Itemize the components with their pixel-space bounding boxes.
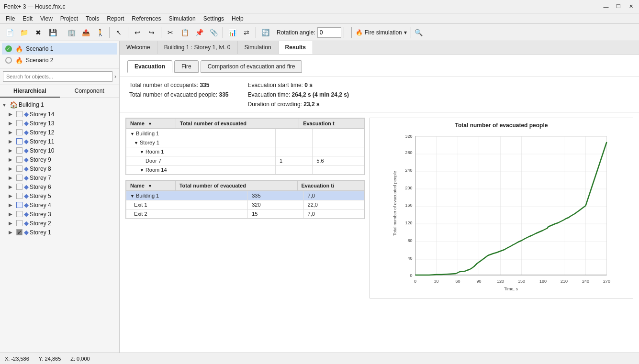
refresh-button[interactable]: 🔄 (258, 26, 272, 39)
table1-name-filter[interactable]: ▼ (148, 121, 152, 126)
table-row[interactable]: ▼Building 1 (126, 129, 364, 138)
new-button[interactable]: 📄 (3, 26, 16, 39)
scenario-1-item[interactable]: ✓ 🔥 Scenario 1 (2, 43, 117, 55)
menu-project[interactable]: Project (56, 14, 82, 23)
tab-component[interactable]: Component (60, 85, 120, 98)
menu-view[interactable]: View (36, 14, 56, 23)
tree-storey-1[interactable]: ▶ ✓ ◆ Storey 1 (0, 228, 119, 237)
table-row[interactable]: ▼Room 14 (126, 165, 364, 175)
menu-report[interactable]: Report (103, 14, 128, 23)
tree-toggle-storey14[interactable]: ▶ (9, 111, 15, 117)
select-button[interactable]: ↖ (112, 26, 125, 39)
toolbar: 📄 📁 ✖ 💾 🏢 📤 🚶 ↖ ↩ ↪ ✂ 📋 📌 📎 📊 ⇄ 🔄 Rotati… (0, 24, 639, 41)
table-row[interactable]: Exit 2 15 7,0 (126, 210, 364, 219)
menu-edit[interactable]: Edit (19, 14, 36, 23)
tree-storey-14[interactable]: ▶ ◆ Storey 14 (0, 110, 119, 119)
import-button[interactable]: 🏢 (65, 26, 78, 39)
menu-simulation[interactable]: Simulation (165, 14, 200, 23)
stat-evac-time: Evacuation time: 264,2 s (4 min 24,2 s) (248, 91, 349, 98)
tree-storey-11[interactable]: ▶ ◆ Storey 11 (0, 137, 119, 146)
mirror-button[interactable]: ⇄ (240, 26, 253, 39)
table1-scroll[interactable]: ▼Building 1 ▼Storey 1 (126, 129, 364, 175)
search-input[interactable] (3, 71, 112, 82)
fire-simulation-button[interactable]: 🔥 Fire simulation ▾ (351, 27, 411, 38)
tab-results[interactable]: Results (279, 41, 313, 54)
tree-storey-6[interactable]: ▶ ◆ Storey 6 (0, 182, 119, 191)
tree-storey-8[interactable]: ▶ ◆ Storey 8 (0, 164, 119, 173)
tree-storey-12[interactable]: ▶ ◆ Storey 12 (0, 128, 119, 137)
table-row[interactable]: Exit 1 320 22,0 (126, 200, 364, 210)
stat-crowding: Duration of crowding: 23,2 s (248, 101, 349, 108)
svg-text:240: 240 (405, 168, 412, 173)
undo-button[interactable]: ↩ (131, 26, 144, 39)
table1-col-name: Name ▼ (126, 119, 176, 129)
tree-toggle-building[interactable]: ▼ (2, 102, 9, 108)
main-tabs: Welcome Building 1 : Storey 1, lvl. 0 Si… (120, 41, 639, 55)
menu-tools[interactable]: Tools (82, 14, 103, 23)
export-button[interactable]: 📤 (79, 26, 92, 39)
toolbar-sep-5 (223, 27, 223, 38)
stats-area: Total number of occupants: 335 Total num… (120, 77, 639, 113)
tab-building[interactable]: Building 1 : Storey 1, lvl. 0 (157, 41, 238, 54)
menu-settings[interactable]: Settings (200, 14, 228, 23)
close-file-button[interactable]: ✖ (32, 26, 45, 39)
scenario-1-fire-icon: 🔥 (15, 45, 23, 53)
tab-hierarchical[interactable]: Hierarchical (0, 85, 60, 98)
tree-storey-5[interactable]: ▶ ◆ Storey 5 (0, 191, 119, 200)
svg-text:150: 150 (518, 279, 525, 284)
tree-storey-3[interactable]: ▶ ◆ Storey 3 (0, 210, 119, 219)
result-tab-evacuation[interactable]: Evacuation (127, 60, 172, 73)
svg-text:270: 270 (603, 279, 610, 284)
stat-occupants: Total number of occupants: 335 (129, 82, 229, 88)
result-tab-comparison[interactable]: Comparison of evacuation and fire (201, 60, 303, 73)
maximize-button[interactable]: ☐ (614, 2, 623, 11)
t2r3-evac: 15 (248, 210, 303, 219)
tree-building-1[interactable]: ▼ 🏠 Building 1 (0, 100, 119, 110)
rotation-input[interactable] (317, 27, 341, 38)
table-row[interactable]: ▼Room 1 (126, 147, 364, 156)
scenario-2-item[interactable]: 🔥 Scenario 2 (2, 55, 117, 66)
result-tab-fire[interactable]: Fire (174, 60, 199, 73)
table-row[interactable]: ▼Storey 1 (126, 138, 364, 147)
chart-button[interactable]: 📊 (225, 26, 239, 39)
tree-storey-9[interactable]: ▶ ◆ Storey 9 (0, 155, 119, 164)
tree-storey-4[interactable]: ▶ ◆ Storey 4 (0, 200, 119, 210)
close-button[interactable]: ✕ (627, 2, 635, 11)
fire-sim-label: Fire simulation (365, 29, 402, 36)
stat-crowding-value: 23,2 s (303, 101, 319, 108)
storey14-checkbox[interactable] (16, 111, 22, 117)
scenario-2-check-icon (5, 56, 12, 64)
minimize-button[interactable]: — (602, 2, 610, 11)
svg-text:210: 210 (561, 279, 568, 284)
tree-storey-13[interactable]: ▶ ◆ Storey 13 (0, 119, 119, 128)
menu-file[interactable]: File (2, 14, 19, 23)
copy-button[interactable]: 📋 (178, 26, 191, 39)
search-arrow-icon[interactable]: › (114, 73, 116, 80)
menu-references[interactable]: References (128, 14, 165, 23)
tree-storey-2[interactable]: ▶ ◆ Storey 2 (0, 219, 119, 228)
tab-welcome[interactable]: Welcome (120, 41, 157, 54)
toolbar-sep-4 (161, 27, 161, 38)
tree-storey-7[interactable]: ▶ ◆ Storey 7 (0, 173, 119, 182)
stat-start-value: 0 s (304, 82, 313, 88)
open-button[interactable]: 📁 (17, 26, 31, 39)
person-button[interactable]: 🚶 (93, 26, 107, 39)
table2: Name ▼ Total number of evacuated Evacuat… (125, 180, 365, 219)
tab-simulation[interactable]: Simulation (238, 41, 279, 54)
left-panel: ✓ 🔥 Scenario 1 🔥 Scenario 2 › Hierarchic… (0, 41, 120, 353)
paste-button[interactable]: 📌 (192, 26, 206, 39)
settings2-button[interactable]: 🔍 (412, 26, 426, 39)
t1r1-name: ▼Building 1 (126, 129, 276, 138)
t2r2-name: Exit 1 (126, 200, 248, 210)
table2-name-filter[interactable]: ▼ (148, 184, 152, 188)
redo-button[interactable]: ↪ (145, 26, 158, 39)
paste2-button[interactable]: 📎 (207, 26, 220, 39)
scissors-button[interactable]: ✂ (164, 26, 177, 39)
menu-help[interactable]: Help (228, 14, 247, 23)
table2-scroll[interactable]: ▼Building 1 335 7,0 Exit 1 320 22,0 (126, 191, 364, 219)
table-row[interactable]: Door 7 1 5,6 (126, 156, 364, 165)
save-button[interactable]: 💾 (46, 26, 59, 39)
svg-text:280: 280 (405, 150, 412, 155)
table-row[interactable]: ▼Building 1 335 7,0 (126, 191, 364, 200)
tree-storey-10[interactable]: ▶ ◆ Storey 10 (0, 146, 119, 155)
